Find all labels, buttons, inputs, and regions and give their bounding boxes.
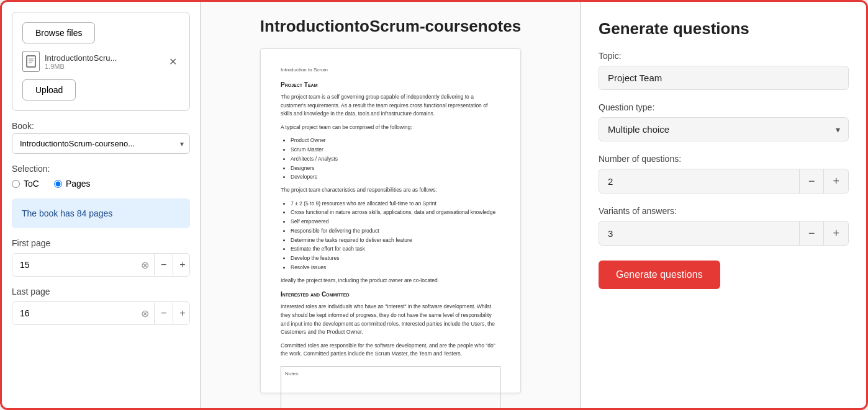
variants-row: − + <box>599 221 849 246</box>
list-item: Cross functional in nature across skills… <box>291 208 500 216</box>
list-item: Architects / Analysts <box>291 155 500 163</box>
doc-section1-title: Project Team <box>281 80 500 89</box>
pages-radio-label[interactable]: Pages <box>54 179 91 189</box>
book-section: Book: IntroductiontoScrum-courseno... ▾ <box>12 121 190 154</box>
variants-minus-button[interactable]: − <box>799 221 824 245</box>
doc-list2: 7 ± 2 (5 to 9) resources who are allocat… <box>291 200 500 272</box>
num-questions-label: Number of questions: <box>599 154 849 164</box>
variants-group: Variants of answers: − + <box>599 206 849 246</box>
document-title: IntroductiontoScrum-coursenotes <box>260 17 521 36</box>
question-type-group: Question type: Multiple choice True/Fals… <box>599 102 849 141</box>
list-item: Responsible for delivering the product <box>291 227 500 235</box>
list-item: Resolve issues <box>291 264 500 272</box>
first-page-minus-button[interactable]: − <box>154 254 173 275</box>
last-page-input[interactable] <box>12 302 136 324</box>
question-type-select[interactable]: Multiple choice True/False Short answer … <box>599 117 849 141</box>
doc-p3: The project team characteristics and res… <box>281 186 500 195</box>
list-item: Designers <box>291 164 500 172</box>
first-page-plus-button[interactable]: + <box>173 254 190 275</box>
remove-file-button[interactable]: ✕ <box>166 55 179 69</box>
upload-area: Browse files IntroductiontoScru... 1.9MB… <box>12 12 190 111</box>
toc-radio-label[interactable]: ToC <box>12 179 39 189</box>
center-panel: IntroductiontoScrum-coursenotes Introduc… <box>201 2 580 408</box>
last-page-section: Last page ⊗ − + <box>12 287 190 325</box>
pages-label: Pages <box>66 179 91 189</box>
last-page-minus-button[interactable]: − <box>154 303 173 324</box>
list-item: Developers <box>291 173 500 181</box>
toc-label: ToC <box>24 179 39 189</box>
left-panel: Browse files IntroductiontoScru... 1.9MB… <box>2 2 201 408</box>
first-page-row: ⊗ − + <box>12 253 190 277</box>
question-type-wrapper: Multiple choice True/False Short answer … <box>599 117 849 141</box>
document-preview: Introduction to Scrum Project Team The p… <box>260 48 521 393</box>
num-questions-plus-button[interactable]: + <box>823 169 848 193</box>
list-item: Self empowered <box>291 218 500 226</box>
first-page-label: First page <box>12 238 190 248</box>
book-select-wrapper: IntroductiontoScrum-courseno... ▾ <box>12 133 190 154</box>
variants-label: Variants of answers: <box>599 206 849 216</box>
first-page-input[interactable] <box>12 254 136 276</box>
doc-p5: Interested roles are individuals who hav… <box>281 303 500 336</box>
doc-notes-box: Notes: <box>281 366 500 408</box>
svg-rect-0 <box>27 56 35 67</box>
info-box: The book has 84 pages <box>12 198 190 228</box>
list-item: Develop the features <box>291 254 500 262</box>
file-size: 1.9MB <box>45 63 161 70</box>
list-item: 7 ± 2 (5 to 9) resources who are allocat… <box>291 200 500 208</box>
doc-header: Introduction to Scrum <box>281 66 500 74</box>
app-frame: Browse files IntroductiontoScru... 1.9MB… <box>0 0 868 410</box>
list-item: Scrum Master <box>291 146 500 154</box>
file-icon <box>22 51 40 72</box>
last-page-row: ⊗ − + <box>12 301 190 325</box>
doc-list1: Product Owner Scrum Master Architects / … <box>291 136 500 181</box>
topic-label: Topic: <box>599 51 849 61</box>
first-page-section: First page ⊗ − + <box>12 238 190 277</box>
num-questions-row: − + <box>599 169 849 194</box>
selection-section: Selection: ToC Pages <box>12 164 190 189</box>
doc-p6: Committed roles are responsible for the … <box>281 342 500 359</box>
topic-group: Topic: <box>599 51 849 90</box>
last-page-label: Last page <box>12 287 190 296</box>
num-questions-minus-button[interactable]: − <box>799 169 824 193</box>
doc-section2-title: Interested and Committed <box>281 290 500 299</box>
pages-radio[interactable] <box>54 180 62 188</box>
num-questions-input[interactable] <box>599 170 799 193</box>
selection-label: Selection: <box>12 164 190 174</box>
file-item: IntroductiontoScru... 1.9MB ✕ <box>22 51 179 72</box>
book-select[interactable]: IntroductiontoScrum-courseno... <box>12 133 190 154</box>
book-label: Book: <box>12 121 190 131</box>
toc-radio[interactable] <box>12 180 20 188</box>
right-panel: Generate questions Topic: Question type:… <box>581 2 866 408</box>
variants-plus-button[interactable]: + <box>823 221 848 245</box>
file-name: IntroductiontoScru... <box>45 53 161 63</box>
doc-p2: A typical project team can be comprised … <box>281 123 500 132</box>
list-item: Product Owner <box>291 136 500 145</box>
last-page-clear-button[interactable]: ⊗ <box>136 303 154 324</box>
generate-title: Generate questions <box>599 19 849 38</box>
first-page-clear-button[interactable]: ⊗ <box>136 254 154 276</box>
list-item: Determine the tasks required to deliver … <box>291 236 500 244</box>
variants-input[interactable] <box>599 222 799 245</box>
doc-p1: The project team is a self governing gro… <box>281 93 500 118</box>
radio-group: ToC Pages <box>12 179 190 189</box>
question-type-label: Question type: <box>599 102 849 112</box>
browse-files-button[interactable]: Browse files <box>22 22 95 43</box>
num-questions-group: Number of questions: − + <box>599 154 849 194</box>
doc-p4: Ideally the project team, including the … <box>281 277 500 285</box>
list-item: Estimate the effort for each task <box>291 245 500 253</box>
upload-button[interactable]: Upload <box>22 79 76 100</box>
file-info: IntroductiontoScru... 1.9MB <box>45 53 161 70</box>
last-page-plus-button[interactable]: + <box>173 303 190 324</box>
topic-input[interactable] <box>599 66 849 90</box>
generate-questions-button[interactable]: Generate questions <box>599 261 720 289</box>
